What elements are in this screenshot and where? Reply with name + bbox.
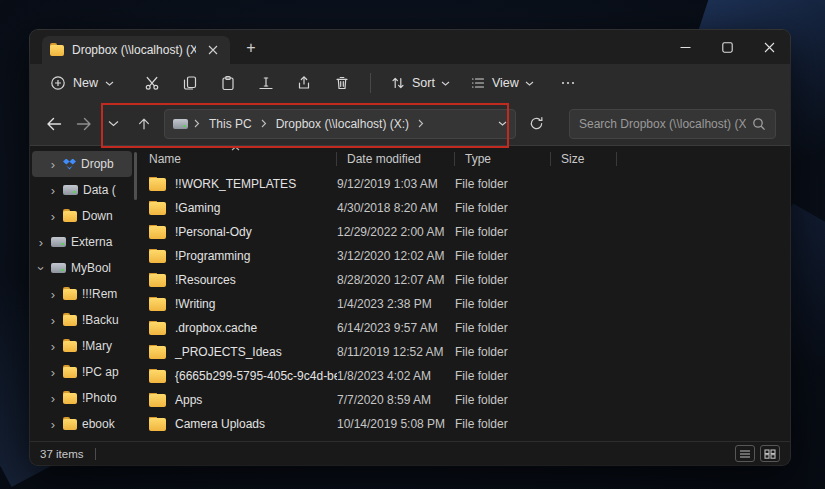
- column-header-size[interactable]: Size: [551, 146, 617, 172]
- sidebar-item-label: Dropb: [81, 157, 114, 171]
- tab-bar: Dropbox (\\localhost) (X:) +: [30, 30, 790, 64]
- sidebar-item[interactable]: › !Photo: [32, 385, 132, 411]
- sort-button[interactable]: Sort: [381, 68, 459, 98]
- search-box[interactable]: [569, 109, 776, 139]
- close-button[interactable]: [748, 30, 790, 64]
- sidebar-scrollbar[interactable]: [132, 146, 139, 441]
- expand-chevron-icon[interactable]: ›: [48, 392, 58, 405]
- view-button-label: View: [492, 76, 519, 90]
- sidebar-item-label: Externa: [71, 235, 112, 249]
- file-row[interactable]: _PROJECTS_Ideas 8/11/2019 12:52 AM File …: [139, 340, 790, 364]
- sidebar-item[interactable]: › !Mary: [32, 333, 132, 359]
- sidebar-item-icon: [63, 185, 78, 195]
- file-type: File folder: [455, 177, 551, 191]
- sidebar-item[interactable]: › !!!Rem: [32, 281, 132, 307]
- copy-button[interactable]: [172, 68, 208, 98]
- chevron-down-icon: [108, 120, 119, 127]
- rename-icon: [258, 75, 274, 91]
- file-row[interactable]: !Gaming 4/30/2018 8:20 AM File folder: [139, 196, 790, 220]
- file-date-modified: 8/28/2020 12:07 AM: [337, 273, 455, 287]
- file-row[interactable]: .dropbox.cache 6/14/2023 9:57 AM File fo…: [139, 316, 790, 340]
- share-button[interactable]: [286, 68, 322, 98]
- up-button[interactable]: [130, 110, 157, 137]
- sidebar-item-label: !!!Rem: [82, 287, 117, 301]
- breadcrumb-this-pc[interactable]: This PC: [206, 115, 255, 133]
- expand-chevron-icon[interactable]: ›: [48, 418, 58, 431]
- folder-icon: [149, 274, 166, 287]
- sidebar-item-icon: [63, 211, 77, 222]
- file-type: File folder: [455, 393, 551, 407]
- see-more-button[interactable]: [551, 68, 585, 98]
- sidebar-item[interactable]: › MyBool: [32, 255, 132, 281]
- expand-chevron-icon[interactable]: ›: [48, 288, 58, 301]
- sidebar-item-icon: [63, 341, 77, 352]
- thumbnail-view-button[interactable]: [760, 445, 780, 462]
- file-row[interactable]: !Programming 3/12/2020 12:02 AM File fol…: [139, 244, 790, 268]
- command-bar: New Sort View: [30, 64, 790, 102]
- delete-button[interactable]: [324, 68, 360, 98]
- expand-chevron-icon[interactable]: ›: [48, 184, 58, 197]
- sidebar-item-label: !PC ap: [82, 365, 119, 379]
- file-row[interactable]: !!WORK_TEMPLATES 9/12/2019 1:03 AM File …: [139, 172, 790, 196]
- column-header-date-modified[interactable]: Date modified: [337, 146, 455, 172]
- scrollbar-thumb[interactable]: [134, 152, 137, 200]
- expand-chevron-icon[interactable]: ›: [48, 158, 58, 171]
- file-row[interactable]: !Writing 1/4/2023 2:38 PM File folder: [139, 292, 790, 316]
- file-row[interactable]: !Personal-Ody 12/29/2022 2:00 AM File fo…: [139, 220, 790, 244]
- column-header-name[interactable]: Name: [139, 146, 337, 172]
- file-type: File folder: [455, 321, 551, 335]
- expand-chevron-icon[interactable]: ›: [36, 236, 46, 249]
- column-header-type[interactable]: Type: [455, 146, 551, 172]
- file-type: File folder: [455, 417, 551, 431]
- file-date-modified: 4/30/2018 8:20 AM: [337, 201, 455, 215]
- items-count: 37 items: [40, 448, 83, 460]
- file-row[interactable]: Camera Uploads 10/14/2019 5:08 PM File f…: [139, 412, 790, 436]
- back-button[interactable]: [40, 110, 67, 137]
- details-view-button[interactable]: [735, 445, 755, 462]
- file-row[interactable]: Apps 7/7/2020 8:59 AM File folder: [139, 388, 790, 412]
- sidebar-item[interactable]: › !PC ap: [32, 359, 132, 385]
- sidebar-item[interactable]: › Data (: [32, 177, 132, 203]
- sidebar-item-label: Data (: [83, 183, 116, 197]
- address-dropdown-icon[interactable]: [498, 121, 507, 126]
- explorer-tab[interactable]: Dropbox (\\localhost) (X:): [42, 36, 230, 64]
- ellipsis-icon: [560, 75, 576, 91]
- refresh-button[interactable]: [522, 110, 550, 138]
- expand-chevron-icon[interactable]: ›: [48, 366, 58, 379]
- rename-button[interactable]: [248, 68, 284, 98]
- new-tab-button[interactable]: +: [238, 35, 264, 61]
- file-row[interactable]: {6665b299-5795-405c-9c4d-be212cded029} 1…: [139, 364, 790, 388]
- cut-button[interactable]: [134, 68, 170, 98]
- expand-chevron-icon[interactable]: ›: [48, 210, 58, 223]
- file-row[interactable]: !Resources 8/28/2020 12:07 AM File folde…: [139, 268, 790, 292]
- sidebar-item[interactable]: › ebook: [32, 411, 132, 437]
- file-name: .dropbox.cache: [175, 321, 257, 335]
- file-name: !Personal-Ody: [175, 225, 252, 239]
- refresh-icon: [529, 116, 544, 131]
- sidebar-item-label: !Photo: [82, 391, 117, 405]
- sidebar-item-icon: [63, 159, 76, 170]
- recent-locations-button[interactable]: [100, 110, 127, 137]
- sidebar-item[interactable]: › Dropb: [32, 151, 132, 177]
- new-button[interactable]: New: [40, 68, 124, 98]
- search-input[interactable]: [579, 117, 746, 131]
- view-icon: [470, 75, 486, 91]
- sidebar-item-label: !Backu: [82, 313, 119, 327]
- address-bar[interactable]: This PC Dropbox (\\localhost) (X:): [164, 109, 516, 139]
- expand-chevron-icon[interactable]: ›: [48, 314, 58, 327]
- forward-button[interactable]: [70, 110, 97, 137]
- breadcrumb-current-folder[interactable]: Dropbox (\\localhost) (X:): [273, 115, 412, 133]
- sidebar-item-icon: [63, 289, 77, 300]
- sidebar-item[interactable]: › Down: [32, 203, 132, 229]
- sidebar-item[interactable]: › Externa: [32, 229, 132, 255]
- view-button[interactable]: View: [461, 68, 543, 98]
- file-date-modified: 10/14/2019 5:08 PM: [337, 417, 455, 431]
- paste-button[interactable]: [210, 68, 246, 98]
- minimize-button[interactable]: [664, 30, 706, 64]
- maximize-button[interactable]: [706, 30, 748, 64]
- sidebar-item-icon: [51, 237, 66, 247]
- expand-chevron-icon[interactable]: ›: [48, 340, 58, 353]
- tab-close-icon[interactable]: [204, 41, 222, 59]
- expand-chevron-icon[interactable]: ›: [35, 263, 48, 273]
- sidebar-item[interactable]: › !Backu: [32, 307, 132, 333]
